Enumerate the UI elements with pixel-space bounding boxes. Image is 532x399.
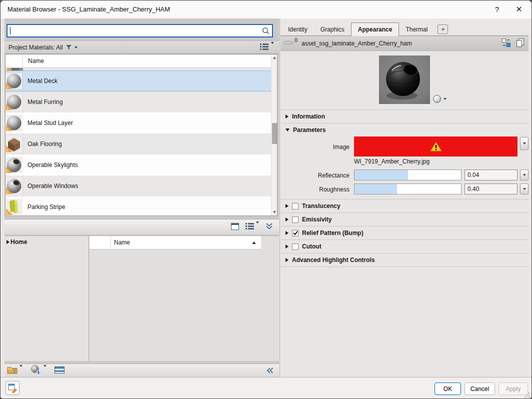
preview-scene-button[interactable] — [432, 94, 446, 104]
filter-icon[interactable] — [66, 44, 72, 50]
material-thumbnail: ! — [6, 134, 23, 154]
material-row-metal-deck[interactable]: !Metal Deck — [6, 70, 271, 92]
section-cutout[interactable]: Cutout — [280, 240, 528, 254]
section-relief-pattern-bump[interactable]: Relief Pattern (Bump) — [280, 226, 528, 240]
tab-graphics[interactable]: Graphics — [314, 24, 351, 36]
section-advanced-highlight-controls[interactable]: Advanced Highlight Controls — [280, 254, 528, 267]
collapse-left-icon[interactable] — [266, 367, 279, 374]
section-parameters[interactable]: Parameters — [280, 124, 528, 136]
manage-library-icon[interactable] — [7, 366, 18, 376]
library-thumbnail-column — [90, 236, 111, 249]
name-column-header[interactable]: Name — [23, 58, 44, 64]
footer-bar: OK Cancel Apply — [0, 378, 532, 399]
material-name: Metal Stud Layer — [23, 120, 73, 126]
close-button[interactable]: ✕ — [508, 0, 530, 18]
library-view-list-icon[interactable] — [246, 223, 254, 231]
tab-thermal[interactable]: Thermal — [399, 24, 434, 36]
manage-library-caret[interactable] — [20, 367, 22, 374]
section-translucency[interactable]: Translucency — [280, 200, 528, 213]
roughness-value[interactable]: 0.40 — [464, 184, 518, 194]
replace-asset-icon[interactable] — [502, 38, 511, 49]
library-actions-toolbar — [4, 364, 279, 377]
scrollbar-down-arrow[interactable] — [272, 209, 278, 216]
emissivity-checkbox[interactable] — [292, 216, 298, 223]
relief-pattern-bump-checkbox[interactable] — [292, 230, 298, 236]
materials-list-header[interactable]: Name — [6, 54, 271, 68]
materials-scrollbar[interactable] — [271, 54, 277, 216]
roughness-slider[interactable] — [354, 184, 462, 194]
library-name-column-header[interactable]: Name — [111, 239, 130, 246]
panel-layout-icon[interactable] — [231, 223, 239, 232]
cutout-checkbox[interactable] — [292, 244, 298, 250]
parameters-label: Parameters — [293, 126, 326, 134]
expander-icon[interactable] — [286, 244, 288, 248]
reflectance-slider[interactable] — [354, 170, 462, 180]
material-row-parking-stripe[interactable]: !Parking Stripe — [6, 196, 271, 216]
help-button[interactable]: ? — [486, 0, 508, 18]
scene-sphere-icon — [432, 94, 442, 104]
apply-button[interactable]: Apply — [498, 382, 528, 395]
material-row-metal-furring[interactable]: !Metal Furring — [6, 92, 271, 112]
section-information[interactable]: Information — [280, 110, 528, 123]
collapse-icon[interactable] — [286, 128, 290, 132]
scrollbar-up-arrow[interactable] — [272, 54, 278, 61]
material-row-metal-stud-layer[interactable]: !Metal Stud Layer — [6, 112, 271, 134]
material-thumbnail: ! — [6, 176, 23, 196]
image-swatch-missing[interactable] — [354, 136, 518, 156]
material-preview[interactable] — [379, 56, 430, 104]
thumbnail-column-header — [6, 54, 23, 68]
sort-ascending-icon[interactable] — [252, 242, 256, 244]
ok-button[interactable]: OK — [434, 382, 461, 395]
expander-icon[interactable] — [286, 218, 288, 222]
collapse-library-chevrons-icon[interactable] — [266, 222, 273, 232]
expander-icon[interactable] — [286, 258, 288, 262]
search-box[interactable] — [6, 24, 273, 38]
section-emissivity[interactable]: Emissivity — [280, 213, 528, 226]
view-list-icon[interactable] — [260, 44, 268, 52]
expander-icon[interactable] — [6, 240, 10, 244]
material-editor-toggle-button[interactable] — [6, 381, 20, 395]
section-label: Relief Pattern (Bump) — [302, 230, 364, 236]
library-list: Name — [90, 236, 279, 361]
duplicate-asset-icon[interactable] — [516, 38, 524, 49]
tab-appearance[interactable]: Appearance — [351, 22, 400, 36]
tab-identity[interactable]: Identity — [282, 24, 314, 36]
material-row-operable-skylights[interactable]: !Operable Skylights — [6, 154, 271, 176]
reflectance-slider-fill — [354, 170, 408, 180]
search-input[interactable] — [8, 25, 262, 36]
reflectance-dropdown[interactable] — [520, 170, 528, 180]
translucency-checkbox[interactable] — [292, 203, 298, 210]
view-options-caret[interactable] — [271, 44, 274, 51]
search-icon[interactable] — [262, 27, 270, 34]
filter-dropdown-caret[interactable] — [74, 46, 78, 48]
material-row-operable-windows[interactable]: !Operable Windows — [6, 176, 271, 196]
window-title: Material Browser - SSG_Laminate_Amber_Ch… — [8, 0, 170, 18]
create-material-icon[interactable] — [30, 364, 42, 377]
library-tree: Home — [4, 236, 89, 361]
create-material-caret[interactable] — [44, 367, 46, 374]
material-thumbnail: ! — [6, 154, 23, 176]
material-thumbnail: ! — [6, 92, 23, 112]
library-view-caret[interactable] — [256, 224, 259, 230]
library-list-header[interactable]: Name — [90, 236, 261, 250]
reflectance-value[interactable]: 0.04 — [464, 170, 518, 180]
tree-item-home[interactable]: Home — [6, 238, 86, 246]
library-panel: Home Name — [4, 236, 279, 361]
roughness-dropdown[interactable] — [520, 184, 528, 194]
asset-header-bar: 0 asset_ssg_laminate_Amber_Cherry_ham — [280, 36, 528, 51]
add-tab-button[interactable]: + — [438, 24, 448, 34]
image-label: Image — [300, 144, 350, 150]
cancel-button[interactable]: Cancel — [464, 382, 495, 395]
expander-icon[interactable] — [286, 114, 288, 118]
title-bar: Material Browser - SSG_Laminate_Amber_Ch… — [0, 0, 532, 18]
browser-panel: Project Materials: All Name !Metal Deck!… — [4, 18, 279, 377]
image-options-dropdown[interactable] — [520, 137, 528, 150]
material-row-oak-flooring[interactable]: !Oak Flooring — [6, 134, 271, 154]
library-panel-toggle-icon[interactable] — [54, 366, 64, 375]
expander-icon[interactable] — [286, 204, 288, 208]
partially-scrolled-row[interactable] — [6, 68, 271, 70]
expander-icon[interactable] — [286, 231, 288, 235]
scrollbar-thumb[interactable] — [272, 123, 277, 144]
warning-icon — [430, 142, 442, 152]
resize-grip[interactable] — [528, 396, 530, 398]
